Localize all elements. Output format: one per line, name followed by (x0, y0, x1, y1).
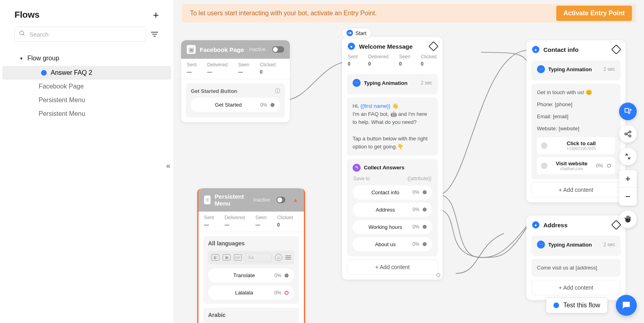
stat-value: — (238, 69, 249, 75)
zoom-in-button[interactable]: + (619, 170, 637, 188)
sidebar: Flows + ▼ Flow group Answer FAQ 2 Facebo… (0, 0, 174, 323)
collect-answers-block[interactable]: ✎ Collect Answers Save to {{attribute}} … (347, 159, 438, 256)
add-content-button[interactable]: + Add content (347, 259, 438, 275)
msg-text: I'm an FAQ bot, 🤖 and I'm here to help. … (353, 111, 427, 125)
node-welcome-message[interactable]: ● Welcome Message Sent0 Delivered0 Seen0… (342, 37, 443, 280)
message-icon: ● (348, 43, 355, 50)
tree-item-persistent-menu-2[interactable]: Persistent Menu (0, 107, 173, 121)
svg-line-7 (627, 132, 629, 134)
status-toggle[interactable] (277, 197, 285, 203)
node-stats: Sent— Delivered— Seen— Clicked0 (198, 212, 304, 232)
search-input-wrap[interactable] (14, 27, 146, 42)
add-flow-icon[interactable]: + (153, 10, 159, 20)
connector-dot[interactable] (285, 291, 289, 295)
typing-animation-block[interactable]: ⋯ Typing Animation 2 sec (531, 236, 621, 256)
connector-dot[interactable] (607, 164, 611, 168)
intercom-launcher[interactable] (616, 295, 637, 316)
fit-view-button[interactable] (619, 148, 637, 165)
tree-item-answer-faq[interactable]: Answer FAQ 2 (2, 66, 171, 80)
message-body: Get in touch with us! 😊 Phone: [phone] E… (537, 88, 615, 133)
add-node-button[interactable] (619, 103, 637, 120)
stat-label: Clicked (260, 62, 275, 68)
node-stats: Sent0 Delivered0 Seen0 Clicked0 (342, 54, 443, 71)
tree-item-persistent-menu-1[interactable]: Persistent Menu (0, 93, 173, 107)
answer-contact-info[interactable]: Contact info0% (353, 185, 432, 200)
menu-icon: ≡ (204, 195, 211, 204)
connector-dot[interactable] (270, 103, 275, 107)
node-header[interactable]: ● Welcome Message (342, 37, 443, 54)
node-address[interactable]: ● Address ⋯ Typing Animation 2 sec Come … (526, 216, 625, 300)
collapse-sidebar-icon[interactable]: « (166, 162, 170, 170)
node-header[interactable]: ● Address (526, 216, 625, 232)
menu-item-translate[interactable]: Translate 0% (208, 268, 294, 282)
svg-line-1 (23, 34, 24, 35)
start-chip[interactable]: ➔ Start (341, 28, 372, 38)
connector-dot[interactable] (423, 208, 427, 212)
message-block[interactable]: Hi, {{first name}} 👋 I'm an FAQ bot, 🤖 a… (347, 97, 438, 156)
pill-pct: 0% (275, 273, 281, 278)
messenger-icon (41, 70, 47, 76)
info-icon[interactable]: ⓘ (275, 87, 280, 95)
tag-icon[interactable] (611, 44, 621, 54)
flow-canvas[interactable]: To let users start interacting with your… (174, 0, 644, 323)
connector-dot[interactable] (285, 274, 289, 278)
pill-pct: 0% (413, 224, 419, 230)
stat-value: 0 (421, 61, 436, 67)
add-content-button[interactable]: + Add content (531, 182, 621, 198)
stat-label: Sent (348, 54, 358, 60)
typing-animation-block[interactable]: ⋯ Typing Animation 2 sec (347, 74, 438, 94)
flow-tree: ▼ Flow group Answer FAQ 2 Facebook Page … (0, 49, 173, 122)
cta-click-to-call[interactable]: Click to call+198621957825 (537, 137, 615, 154)
zoom-out-button[interactable]: − (619, 188, 637, 206)
node-contact-info[interactable]: ● Contact info ⋯ Typing Animation 2 sec … (526, 40, 625, 202)
cta-visit-website[interactable]: Visit websitechatfuel.com 0% (537, 157, 615, 174)
cta-sub: chatfuel.com (551, 167, 592, 171)
msg-variable: {{first name}} (361, 103, 390, 109)
emoji-icon[interactable]: ☺ (275, 254, 282, 261)
node-header[interactable]: ● Contact info (526, 40, 625, 57)
menu-icon[interactable] (285, 255, 291, 259)
typing-animation-block[interactable]: ⋯ Typing Animation 2 sec (531, 60, 621, 80)
tree-group[interactable]: ▼ Flow group (0, 51, 173, 66)
camera-icon[interactable]: ◧ (211, 254, 219, 261)
svg-line-8 (627, 134, 629, 136)
node-header[interactable]: ▣ Facebook Page Inactive (181, 40, 290, 59)
filter-icon[interactable] (150, 32, 159, 37)
add-content-button[interactable]: + Add content (531, 280, 621, 295)
node-persistent-menu[interactable]: ≡ Persistent Menu Inactive ▲ Sent— Deliv… (197, 188, 305, 323)
status-toggle[interactable] (272, 46, 284, 53)
content-editor-row[interactable]: ◧ ▣ GIF Aa ☺ (208, 251, 294, 264)
connector-dot[interactable] (423, 190, 427, 194)
tree-item-facebook-page[interactable]: Facebook Page (0, 80, 173, 93)
gif-icon[interactable]: GIF (234, 254, 242, 261)
get-started-button[interactable]: Get Started 0% (191, 98, 280, 112)
tag-icon[interactable] (428, 41, 438, 51)
resize-handle-icon[interactable] (436, 273, 440, 277)
node-facebook-page[interactable]: ▣ Facebook Page Inactive Sent— Delivered… (181, 40, 290, 122)
activate-entry-point-button[interactable]: Activate Entry Point (556, 6, 632, 21)
save-to-label: Save to (353, 176, 370, 181)
test-flow-button[interactable]: Test this flow (546, 297, 608, 313)
connector-dot[interactable] (423, 242, 427, 246)
node-title: Address (543, 222, 568, 228)
text-placeholder[interactable]: Aa (245, 253, 272, 262)
menu-item-lalalala[interactable]: Lalalala 0% (208, 286, 294, 300)
message-block[interactable]: Come visit us at [address] (531, 259, 621, 277)
node-title: Welcome Message (359, 43, 413, 50)
connector-dot[interactable] (423, 225, 427, 229)
collect-label: Collect Answers (364, 165, 405, 171)
share-button[interactable] (619, 125, 637, 143)
activation-banner: To let users start interacting with your… (182, 4, 636, 23)
message-icon: ● (532, 46, 539, 53)
node-header[interactable]: ≡ Persistent Menu Inactive ▲ (198, 188, 304, 212)
answer-working-hours[interactable]: Working hours0% (353, 220, 432, 234)
stat-label: Seen (255, 215, 266, 220)
message-block[interactable]: Get in touch with us! 😊 Phone: [phone] E… (531, 84, 621, 179)
tree-item-label: Persistent Menu (39, 110, 85, 117)
pan-tool-button[interactable] (619, 210, 637, 228)
search-input[interactable] (29, 31, 142, 38)
typing-icon: ⋯ (537, 241, 545, 249)
answer-about-us[interactable]: About us0% (353, 237, 432, 251)
answer-address[interactable]: Address0% (353, 203, 432, 217)
image-icon[interactable]: ▣ (223, 254, 231, 261)
